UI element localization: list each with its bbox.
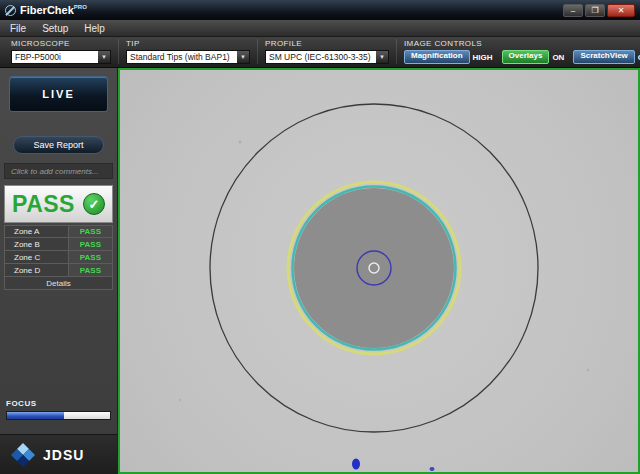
menu-setup[interactable]: Setup <box>34 22 76 35</box>
magnification-button[interactable]: Magnification <box>404 50 470 64</box>
maximize-button[interactable]: ❐ <box>585 4 605 17</box>
image-controls-label: IMAGE CONTROLS <box>404 39 640 48</box>
brand-footer: JDSU <box>0 434 117 474</box>
zone-status: PASS <box>69 238 112 250</box>
content: LIVE Save Report Click to add comments..… <box>0 68 640 474</box>
window-title-text: FiberChek <box>20 4 74 16</box>
sidebar-spacer <box>0 290 117 399</box>
window-controls: – ❐ ✕ <box>563 4 635 17</box>
microscope-section: MICROSCOPE FBP-P5000i ▼ <box>4 39 119 64</box>
pass-check-icon: ✓ <box>83 193 105 215</box>
window-title: FiberChekPRO <box>20 4 87 16</box>
profile-label: PROFILE <box>265 39 389 48</box>
image-controls-row: Magnification HIGH Overlays ON ScratchVi… <box>404 50 640 64</box>
profile-section: PROFILE SM UPC (IEC-61300-3-35) ▼ <box>258 39 397 64</box>
table-row: Zone C PASS <box>4 251 113 264</box>
toolbar: MICROSCOPE FBP-P5000i ▼ TIP Standard Tip… <box>0 37 640 68</box>
table-row: Zone D PASS <box>4 264 113 277</box>
defect-mark <box>352 459 360 470</box>
defect-mark <box>430 467 435 471</box>
menubar: File Setup Help <box>0 20 640 37</box>
live-button[interactable]: LIVE <box>9 76 108 112</box>
zone-name: Zone D <box>5 264 69 276</box>
tip-dropdown[interactable]: Standard Tips (with BAP1) ▼ <box>126 50 250 64</box>
overall-result-text: PASS <box>12 191 75 218</box>
chevron-down-icon: ▼ <box>98 51 110 63</box>
table-row: Zone B PASS <box>4 238 113 251</box>
magnification-state: HIGH <box>473 53 493 62</box>
image-controls-section: IMAGE CONTROLS Magnification HIGH Overla… <box>397 39 640 64</box>
microscope-value: FBP-P5000i <box>12 52 98 62</box>
focus-progress-fill <box>7 412 64 419</box>
zone-name: Zone C <box>5 251 69 263</box>
zone-table: Zone A PASS Zone B PASS Zone C PASS Zone… <box>4 225 113 277</box>
zone-name: Zone A <box>5 226 69 237</box>
dust-speck <box>179 399 181 401</box>
chevron-down-icon: ▼ <box>376 51 388 63</box>
profile-value: SM UPC (IEC-61300-3-35) <box>266 52 376 62</box>
table-row: Zone A PASS <box>4 225 113 238</box>
titlebar: FiberChekPRO – ❐ ✕ <box>0 0 640 20</box>
chevron-down-icon: ▼ <box>237 51 249 63</box>
fiber-endface-image <box>120 70 638 472</box>
comments-input[interactable]: Click to add comments... <box>4 163 113 179</box>
tip-label: TIP <box>126 39 250 48</box>
minimize-button[interactable]: – <box>563 4 583 17</box>
fiberchek-window: FiberChekPRO – ❐ ✕ File Setup Help MICRO… <box>0 0 640 474</box>
zone-status: PASS <box>69 226 112 237</box>
dust-speck <box>239 141 242 144</box>
tip-value: Standard Tips (with BAP1) <box>127 52 237 62</box>
profile-dropdown[interactable]: SM UPC (IEC-61300-3-35) ▼ <box>265 50 389 64</box>
window-title-sup: PRO <box>74 4 87 10</box>
fiber-cladding-disc <box>294 188 454 348</box>
menu-help[interactable]: Help <box>76 22 113 35</box>
overlays-button[interactable]: Overlays <box>502 50 550 64</box>
zone-status: PASS <box>69 264 112 276</box>
dust-speck <box>587 369 590 372</box>
zone-name: Zone B <box>5 238 69 250</box>
tip-section: TIP Standard Tips (with BAP1) ▼ <box>119 39 258 64</box>
focus-label: FOCUS <box>6 399 111 408</box>
focus-progress-bar <box>6 411 111 420</box>
microscope-label: MICROSCOPE <box>11 39 111 48</box>
close-button[interactable]: ✕ <box>607 4 635 17</box>
save-report-button[interactable]: Save Report <box>13 136 104 154</box>
zone-status: PASS <box>69 251 112 263</box>
overlays-state: ON <box>552 53 564 62</box>
microscope-dropdown[interactable]: FBP-P5000i ▼ <box>11 50 111 64</box>
jdsu-logo-icon <box>10 442 36 468</box>
focus-block: FOCUS <box>6 399 111 420</box>
fiberchek-logo-icon <box>5 5 16 16</box>
details-button[interactable]: Details <box>4 277 113 290</box>
scratchview-button[interactable]: ScratchView <box>573 50 634 64</box>
fiber-image-viewer <box>118 68 640 474</box>
brand-name: JDSU <box>43 447 84 463</box>
menu-file[interactable]: File <box>2 22 34 35</box>
sidebar: LIVE Save Report Click to add comments..… <box>0 68 118 474</box>
overall-result-panel: PASS ✓ <box>4 185 113 223</box>
